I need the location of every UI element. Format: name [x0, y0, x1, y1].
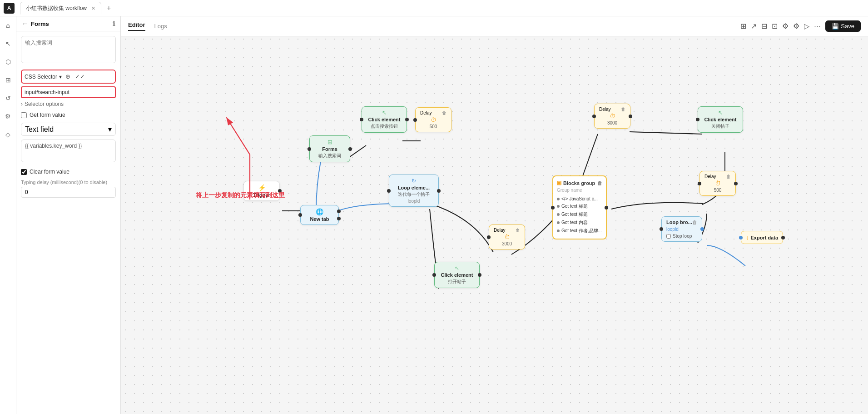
- export-output: [781, 236, 785, 239]
- delay3-icon: ⏱: [610, 113, 615, 120]
- node-loop-output: [437, 189, 441, 193]
- loop-break-input: [660, 227, 663, 231]
- toolbar-icon-settings2[interactable]: ⚙: [793, 22, 799, 30]
- selector-value-input[interactable]: [21, 86, 116, 98]
- click1-icon: ↖: [382, 110, 387, 116]
- node-click1-title: Click element: [368, 117, 401, 122]
- sidebar-icon-history[interactable]: ↺: [3, 93, 14, 104]
- toolbar-icon-db[interactable]: ⊡: [772, 22, 778, 30]
- delay2-icon: ⏱: [504, 234, 510, 240]
- delay3-title: Delay: [599, 107, 611, 112]
- text-field-dropdown[interactable]: Text field ▾: [21, 123, 116, 136]
- loop-break-title: Loop bro...: [666, 219, 692, 225]
- panel-title: Forms: [31, 20, 49, 27]
- node-new-tab-output-bottom: [337, 217, 341, 220]
- delay4-title: Delay: [704, 174, 716, 179]
- click3-icon: ↖: [718, 110, 723, 116]
- sidebar-icon-grid[interactable]: ⊞: [3, 75, 14, 85]
- chevron-down-icon: ▾: [59, 74, 62, 80]
- chevron-right-icon: ›: [21, 101, 23, 107]
- panel-info-icon[interactable]: ℹ: [113, 20, 115, 27]
- node-forms-title: Forms: [322, 146, 337, 152]
- blocks-item-2: Got text 标题: [557, 210, 602, 219]
- node-blocks-group[interactable]: ▣ Blocks group 🗑 Group name </> JavaScri…: [552, 175, 607, 239]
- get-form-value-checkbox[interactable]: [21, 112, 27, 118]
- delay1-delete[interactable]: 🗑: [442, 110, 446, 115]
- sidebar-icon-cursor[interactable]: ↖: [3, 38, 14, 49]
- node-loop-title: Loop eleme...: [398, 185, 430, 190]
- tab-logs[interactable]: Logs: [154, 23, 167, 30]
- clear-form-value-row: Clear form value: [21, 169, 116, 175]
- toolbar-icon-share[interactable]: ↗: [751, 22, 757, 30]
- node-click1-input: [360, 118, 363, 121]
- node-loop-break[interactable]: Loop bro... 🗑 loopld Stop loop: [661, 216, 702, 242]
- sidebar-icon-diamond[interactable]: ◇: [3, 129, 14, 140]
- delay2-delete[interactable]: 🗑: [516, 228, 520, 233]
- node-delay1[interactable]: Delay 🗑 ⏱ 500: [415, 107, 451, 132]
- tab-new-button[interactable]: +: [103, 3, 114, 13]
- sidebar-icon-puzzle[interactable]: ⬡: [3, 56, 14, 67]
- node-click2-title: Click element: [441, 272, 473, 278]
- clear-form-value-checkbox[interactable]: [21, 169, 27, 175]
- trigger-icon: ⚡: [258, 184, 266, 191]
- stop-loop-checkbox[interactable]: [666, 234, 671, 239]
- selector-target-icon[interactable]: ⊕: [64, 72, 71, 81]
- node-forms-label: 输入搜索词: [318, 153, 341, 159]
- delay4-delete[interactable]: 🗑: [726, 174, 731, 179]
- annotation-arrow: [121, 16, 868, 414]
- node-click3-label: 关闭帖子: [711, 123, 729, 130]
- tab-close-icon[interactable]: ✕: [91, 5, 95, 11]
- canvas-toolbar: Editor Logs ⊞ ↗ ⊟ ⊡ ⚙ ⚙ ▷ ⋯ 💾 Save: [121, 16, 868, 36]
- node-new-tab[interactable]: 🌐 New tab: [300, 205, 339, 225]
- loop-break-delete[interactable]: 🗑: [692, 219, 697, 225]
- app-logo: A: [4, 3, 15, 14]
- delay1-icon: ⏱: [431, 116, 436, 123]
- toolbar-icon-grid[interactable]: ⊟: [761, 22, 767, 30]
- node-trigger[interactable]: ⚡ Trigger: [243, 181, 280, 201]
- delay-label: Typing delay (millisecond)(0 to disable): [21, 180, 116, 185]
- selector-type-dropdown[interactable]: CSS Selector ▾: [25, 74, 62, 80]
- tab-bar: A 小红书数据收集 workflow ✕ +: [0, 0, 868, 16]
- search-input[interactable]: [21, 36, 116, 63]
- node-loop-id: loopld: [408, 199, 420, 204]
- tab-editor[interactable]: Editor: [128, 21, 145, 31]
- canvas-area[interactable]: Editor Logs ⊞ ↗ ⊟ ⊡ ⚙ ⚙ ▷ ⋯ 💾 Save: [121, 16, 868, 414]
- selector-options-row[interactable]: › Selector options: [21, 101, 116, 107]
- selector-check-icon[interactable]: ✓✓: [74, 72, 86, 81]
- node-export[interactable]: ↓ Export data: [741, 231, 783, 244]
- panel-back-button[interactable]: ←: [22, 20, 28, 27]
- toolbar-icon-type[interactable]: ⊞: [740, 22, 746, 30]
- tab-workflow[interactable]: 小红书数据收集 workflow ✕: [20, 2, 101, 15]
- node-delay3[interactable]: Delay 🗑 ⏱ 3000: [594, 104, 630, 129]
- save-button[interactable]: 💾 Save: [825, 20, 861, 32]
- node-delay2-input: [487, 235, 491, 239]
- node-click1[interactable]: ↖ Click element 点击搜索按钮: [362, 106, 407, 133]
- delay-input[interactable]: [21, 187, 116, 198]
- node-new-tab-output-top: [337, 209, 341, 213]
- blocks-group-delete[interactable]: 🗑: [597, 180, 602, 186]
- node-click3[interactable]: ↖ Click element 关闭帖子: [698, 106, 743, 133]
- node-loop-input: [387, 189, 391, 193]
- toolbar-icon-play[interactable]: ▷: [804, 22, 809, 30]
- save-icon: 💾: [832, 23, 839, 30]
- node-click3-input: [696, 118, 699, 121]
- node-click2[interactable]: ↖ Click element 打开帖子: [434, 262, 480, 288]
- toolbar-more-icon[interactable]: ⋯: [814, 22, 821, 30]
- node-new-tab-label: New tab: [310, 216, 329, 222]
- canvas-tabs: Editor Logs: [128, 21, 167, 31]
- node-delay2[interactable]: Delay 🗑 ⏱ 3000: [489, 224, 525, 249]
- svg-line-2: [630, 132, 702, 134]
- sidebar-icon-home[interactable]: ⌂: [3, 20, 14, 31]
- export-input: [739, 236, 743, 239]
- node-delay4-output: [734, 182, 738, 185]
- toolbar-icon-gear[interactable]: ⚙: [782, 22, 789, 30]
- panel-header: ← Forms ℹ: [16, 16, 120, 31]
- node-delay4[interactable]: Delay 🗑 ⏱ 500: [699, 171, 736, 196]
- delay3-delete[interactable]: 🗑: [621, 107, 625, 112]
- get-form-value-row[interactable]: Get form value: [21, 112, 116, 118]
- node-forms[interactable]: ⊞ Forms 输入搜索词: [309, 135, 350, 162]
- value-input[interactable]: {{ variables.key_word }}: [21, 140, 116, 162]
- node-blocks-input: [551, 206, 555, 209]
- sidebar-icon-settings[interactable]: ⚙: [3, 111, 14, 122]
- node-loop[interactable]: ↻ Loop eleme... 迭代每一个帖子 loopld: [389, 175, 439, 207]
